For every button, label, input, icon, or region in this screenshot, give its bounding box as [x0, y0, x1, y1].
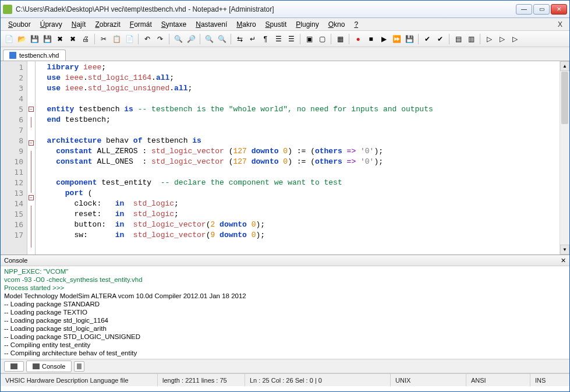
console-line: NPP_EXEC: "VCOM"	[4, 267, 566, 276]
wrap-icon[interactable]: ↵	[247, 33, 259, 45]
zoom-out-icon[interactable]: 🔍	[216, 33, 228, 45]
console-output[interactable]: NPP_EXEC: "VCOM"vcom -93 -O0 -check_synt…	[1, 266, 569, 359]
menu-spustit[interactable]: Spustit	[261, 19, 291, 30]
console-line: -- Compiling entity test_entity	[4, 341, 566, 349]
menu-pluginy[interactable]: Pluginy	[292, 19, 323, 30]
zoom-in-icon[interactable]: 🔍	[203, 33, 215, 45]
tab-bar: testbench.vhd	[1, 47, 569, 61]
status-language: VHSIC Hardware Description Language file	[1, 374, 158, 386]
window-title: C:\Users\Radek\Desktop\APH veci\temp\tes…	[16, 5, 516, 13]
maximize-button[interactable]: ▭	[533, 4, 550, 15]
menu-?[interactable]: ?	[350, 19, 362, 30]
status-encoding: ANSI	[466, 374, 530, 386]
title-bar: C:\Users\Radek\Desktop\APH veci\temp\tes…	[1, 1, 569, 18]
console-title: Console	[4, 257, 27, 264]
saverec-icon[interactable]: 💾	[403, 33, 415, 45]
status-length: length : 2211 lines : 75	[158, 374, 245, 386]
run3-icon[interactable]: ▷	[509, 33, 521, 45]
console-line: -- Loading package std_logic_1164	[4, 316, 566, 324]
doc2-icon[interactable]: ▥	[465, 33, 477, 45]
allchars-icon[interactable]: ¶	[260, 33, 271, 45]
sync-icon[interactable]: ⇆	[234, 33, 246, 45]
menu-najít[interactable]: Najít	[68, 19, 90, 30]
console-line: Model Technology ModelSim ALTERA vcom 10…	[4, 292, 566, 300]
lang-icon[interactable]: ☰	[285, 33, 297, 45]
console-tab-label: Console	[42, 363, 65, 370]
close-button[interactable]: ✕	[551, 4, 567, 15]
line-gutter: 1234567891011121314151617	[1, 61, 27, 255]
fold-icon[interactable]: ▣	[303, 33, 315, 45]
console-header: Console ✕	[1, 255, 569, 266]
console-tab-icon2[interactable]	[74, 361, 84, 372]
status-mode: INS	[530, 374, 569, 386]
console-line: Process started >>>	[4, 284, 566, 292]
menu-makro[interactable]: Makro	[232, 19, 260, 30]
file-icon	[9, 52, 16, 59]
status-position: Ln : 25 Col : 26 Sel : 0 | 0	[245, 374, 391, 386]
toolbar: 📄📂💾💾✖✖🖨✂📋📄↶↷🔍🔎🔍🔍⇆↵¶☰☰▣▢▦●■▶⏩💾✔✔▤▥▷▷▷	[1, 31, 569, 47]
menu-nastavení[interactable]: Nastavení	[192, 19, 231, 30]
saveall-icon[interactable]: 💾	[41, 33, 53, 45]
close-icon[interactable]: ✖	[54, 33, 66, 45]
replace-icon[interactable]: 🔎	[185, 33, 197, 45]
console-tab-icon	[33, 363, 40, 369]
console-tab-bar: Console	[1, 359, 569, 373]
fold-gutter[interactable]: − −−	[27, 61, 36, 255]
console-tab-icon1[interactable]	[4, 361, 24, 372]
menu-bar: SouborÚpravyNajítZobrazitFormátSyntaxeNa…	[1, 18, 569, 31]
console-line: -- Loading package TEXTIO	[4, 308, 566, 316]
file-tab[interactable]: testbench.vhd	[3, 50, 66, 61]
console-line: -- Loading package std_logic_arith	[4, 324, 566, 333]
copy-icon[interactable]: 📋	[111, 33, 122, 45]
redo-icon[interactable]: ↷	[154, 33, 166, 45]
console-close-icon[interactable]: ✕	[561, 257, 566, 264]
print-icon[interactable]: 🖨	[80, 33, 91, 45]
stop-icon[interactable]: ■	[365, 33, 377, 45]
play-icon[interactable]: ▶	[378, 33, 390, 45]
scroll-thumb[interactable]	[561, 72, 568, 124]
spell-icon[interactable]: ✔	[422, 33, 433, 45]
undo-icon[interactable]: ↶	[141, 33, 153, 45]
console-line: -- Compiling architecture behav of test_…	[4, 349, 566, 357]
console-line: -- Loading package STANDARD	[4, 300, 566, 308]
closeall-icon[interactable]: ✖	[67, 33, 79, 45]
hide-icon[interactable]: ▦	[334, 33, 346, 45]
new-icon[interactable]: 📄	[3, 33, 15, 45]
rec-icon[interactable]: ●	[352, 33, 364, 45]
scroll-up-button[interactable]: ▲	[560, 61, 569, 71]
menu-close-x[interactable]: X	[554, 20, 566, 29]
code-area[interactable]: library ieee; use ieee.std_logic_1164.al…	[36, 61, 560, 255]
run1-icon[interactable]: ▷	[483, 33, 495, 45]
status-bar: VHSIC Hardware Description Language file…	[1, 373, 569, 386]
scroll-down-button[interactable]: ▼	[560, 245, 569, 255]
console-line: vcom -93 -O0 -check_synthesis test_entit…	[4, 276, 566, 284]
editor-area: 1234567891011121314151617 − −− library i…	[1, 61, 569, 255]
unfold-icon[interactable]: ▢	[316, 33, 328, 45]
console-line: -- Loading package STD_LOGIC_UNSIGNED	[4, 333, 566, 341]
menu-formát[interactable]: Formát	[126, 19, 156, 30]
menu-syntaxe[interactable]: Syntaxe	[157, 19, 190, 30]
status-eol: UNIX	[391, 374, 466, 386]
menu-soubor[interactable]: Soubor	[4, 19, 35, 30]
save-icon[interactable]: 💾	[29, 33, 40, 45]
run2-icon[interactable]: ▷	[496, 33, 508, 45]
doc1-icon[interactable]: ▤	[452, 33, 464, 45]
tab-label: testbench.vhd	[19, 52, 59, 59]
minimize-button[interactable]: —	[516, 4, 532, 15]
spell2-icon[interactable]: ✔	[434, 33, 446, 45]
menu-úpravy[interactable]: Úpravy	[36, 19, 66, 30]
playm-icon[interactable]: ⏩	[391, 33, 402, 45]
vertical-scrollbar[interactable]: ▲ ▼	[560, 61, 569, 255]
open-icon[interactable]: 📂	[16, 33, 27, 45]
cut-icon[interactable]: ✂	[98, 33, 109, 45]
menu-okno[interactable]: Okno	[324, 19, 349, 30]
menu-zobrazit[interactable]: Zobrazit	[91, 19, 124, 30]
paste-icon[interactable]: 📄	[123, 33, 135, 45]
find-icon[interactable]: 🔍	[172, 33, 184, 45]
indent-icon[interactable]: ☰	[272, 33, 284, 45]
console-tab[interactable]: Console	[26, 361, 72, 372]
app-icon	[3, 5, 12, 14]
